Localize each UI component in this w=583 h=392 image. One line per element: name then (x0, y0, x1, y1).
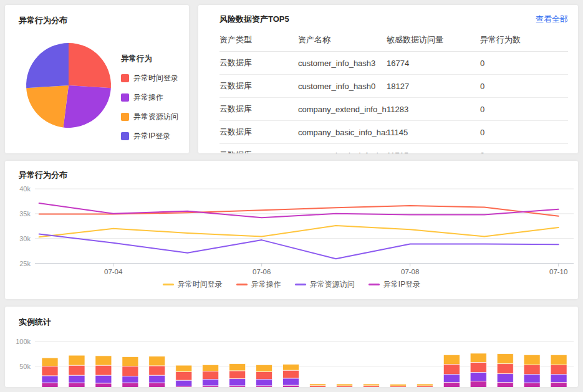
pie-legend-item[interactable]: 异常IP登录 (121, 131, 178, 141)
bar-segment-stack-violet (470, 372, 486, 381)
bar-segment-stack-bottom-magenta (524, 383, 540, 387)
stacked-bar[interactable] (470, 353, 486, 387)
bar-segment-stack-top-amber (551, 355, 567, 365)
bar-segment-stack-bottom-magenta (42, 383, 58, 387)
table-cell: 11283 (387, 105, 480, 114)
bar-segment-stack-top-amber (42, 358, 58, 366)
pie-legend-items: 异常时间登录异常操作异常资源访问异常IP登录 (121, 73, 178, 141)
pie-legend-title: 异常行为 (121, 54, 178, 64)
stacked-bar-chart[interactable]: 100k50k (5, 307, 578, 387)
bar-segment-stack-top-amber (417, 384, 433, 386)
legend-label: 异常操作 (133, 92, 163, 103)
stacked-bar[interactable] (69, 355, 85, 387)
bar-segment-stack-violet (256, 380, 272, 386)
legend-line-icon (295, 284, 306, 285)
column-header: 资产类型 (219, 34, 298, 45)
pie-legend: 异常行为 异常时间登录异常操作异常资源访问异常IP登录 (121, 54, 178, 141)
stacked-bar[interactable] (256, 365, 272, 387)
bar-segment-stack-bottom-magenta (443, 382, 460, 387)
bar-segment-stack-violet (69, 375, 85, 383)
line-series-异常资源访问[interactable] (39, 234, 559, 259)
stacked-bar[interactable] (229, 364, 246, 387)
table-cell: 16774 (387, 59, 480, 68)
line-legend-item[interactable]: 异常IP登录 (369, 279, 420, 290)
table-cell: 11715 (387, 151, 480, 154)
legend-swatch-icon (121, 93, 129, 102)
pie-slice-异常操作[interactable] (63, 85, 110, 128)
line-legend-item[interactable]: 异常资源访问 (295, 279, 355, 290)
stacked-bar[interactable] (337, 384, 353, 387)
stacked-bar[interactable] (551, 355, 567, 387)
stacked-bar[interactable] (122, 357, 138, 388)
bar-segment-stack-bottom-magenta (149, 383, 165, 387)
legend-label: 异常IP登录 (383, 279, 420, 290)
y-axis-tick-label: 100k (16, 338, 31, 345)
bar-segment-stack-violet (524, 375, 540, 383)
bar-segment-stack-red (176, 372, 192, 381)
stacked-bar[interactable] (390, 384, 406, 387)
legend-swatch-icon (121, 132, 129, 140)
stacked-bar[interactable] (310, 384, 326, 387)
stacked-bar[interactable] (363, 384, 379, 387)
line-legend-item[interactable]: 异常操作 (236, 279, 281, 290)
bar-segment-stack-bottom-magenta (497, 382, 513, 387)
table-row: 云数据库customer_info_hash3167740 (219, 52, 568, 75)
pie-slice-异常资源访问[interactable] (26, 85, 69, 127)
pie-legend-item[interactable]: 异常时间登录 (121, 73, 178, 84)
bar-segment-stack-red (42, 366, 58, 376)
table-row: 云数据库company_basic_info_hash4111450 (219, 121, 568, 144)
stacked-bar[interactable] (203, 365, 219, 387)
bar-segment-stack-red (149, 366, 165, 375)
table-row: 云数据库company_basic_info_hash1117150 (219, 144, 568, 153)
line-legend-item[interactable]: 异常时间登录 (163, 279, 223, 290)
bar-segment-stack-red (122, 366, 138, 376)
bar-segment-stack-red (524, 365, 540, 374)
bar-segment-stack-top-amber (283, 365, 299, 371)
table-cell: 18127 (387, 82, 480, 91)
risk-assets-card-header: 风险数据资产TOP5 查看全部 (198, 5, 578, 25)
line-chart-legend: 异常时间登录异常操作异常资源访问异常IP登录 (5, 279, 578, 290)
pie-legend-item[interactable]: 异常操作 (121, 92, 178, 103)
bar-segment-stack-violet (42, 376, 58, 383)
stacked-bar[interactable] (497, 354, 513, 387)
legend-label: 异常时间登录 (133, 73, 178, 84)
x-axis-tick-label: 07-10 (549, 268, 567, 275)
bar-segment-stack-red (256, 372, 272, 380)
x-axis-tick-label: 07-08 (401, 268, 419, 275)
bar-segment-stack-bottom-magenta (470, 381, 486, 387)
view-all-link[interactable]: 查看全部 (536, 14, 568, 25)
line-series-异常IP登录[interactable] (39, 203, 559, 218)
table-cell: company_extend_info_has... (298, 105, 387, 114)
risk-assets-card: 风险数据资产TOP5 查看全部 资产类型资产名称敏感数据访问量异常行为数 云数据… (198, 5, 578, 153)
bar-segment-stack-top-amber (229, 364, 246, 371)
table-cell: 0 (480, 59, 568, 68)
stacked-bar[interactable] (95, 356, 112, 387)
table-cell: 11145 (387, 128, 480, 137)
stacked-bar[interactable] (417, 384, 433, 387)
bar-segment-stack-red (229, 371, 246, 379)
bar-segment-stack-violet (176, 380, 192, 386)
stacked-bar[interactable] (524, 355, 540, 387)
pie-slice-异常时间登录[interactable] (69, 43, 111, 88)
bar-segment-stack-violet (122, 376, 138, 383)
table-row: 云数据库customer_info_hash0181270 (219, 75, 568, 98)
bar-segment-stack-top-amber (470, 353, 486, 362)
y-axis-tick-label: 30k (19, 235, 31, 242)
pie-legend-item[interactable]: 异常资源访问 (121, 112, 178, 122)
bar-segment-stack-violet (551, 375, 567, 383)
stacked-bar[interactable] (149, 356, 165, 387)
table-cell: customer_info_hash3 (298, 59, 387, 68)
stacked-bar[interactable] (176, 365, 192, 387)
legend-line-icon (163, 284, 174, 285)
bar-segment-stack-top-amber (443, 355, 460, 364)
stacked-bar[interactable] (283, 365, 299, 388)
bar-segment-stack-violet (149, 375, 165, 383)
line-chart[interactable]: 40k35k30k25k07-0407-0607-0807-10 (5, 161, 578, 299)
stacked-bar[interactable] (443, 355, 460, 387)
stacked-bar[interactable] (42, 358, 58, 387)
pie-slice-异常IP登录[interactable] (26, 43, 69, 88)
bar-segment-stack-red (443, 365, 460, 375)
line-series-异常时间登录[interactable] (39, 226, 559, 237)
table-cell: 云数据库 (219, 127, 298, 138)
table-cell: 云数据库 (219, 57, 298, 69)
